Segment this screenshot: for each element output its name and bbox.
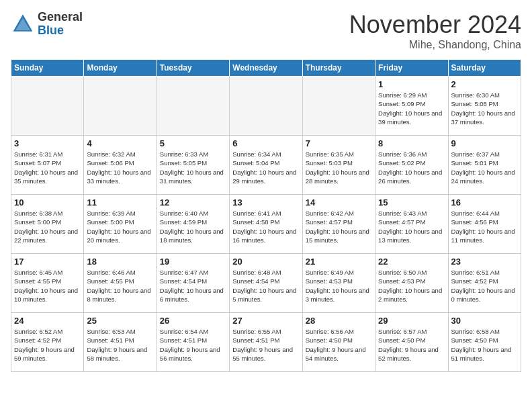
day-header-monday: Monday [84, 60, 157, 77]
day-number: 17 [14, 257, 81, 267]
day-info: Sunrise: 6:50 AM Sunset: 4:53 PM Dayligh… [378, 268, 445, 304]
day-header-saturday: Saturday [448, 60, 521, 77]
day-info: Sunrise: 6:48 AM Sunset: 4:54 PM Dayligh… [232, 268, 299, 304]
day-header-friday: Friday [375, 60, 448, 77]
day-info: Sunrise: 6:36 AM Sunset: 5:02 PM Dayligh… [378, 150, 445, 185]
calendar-cell: 20Sunrise: 6:48 AM Sunset: 4:54 PM Dayli… [230, 254, 302, 313]
day-header-thursday: Thursday [302, 60, 375, 77]
calendar-week-row: 10Sunrise: 6:38 AM Sunset: 5:00 PM Dayli… [11, 195, 521, 254]
day-number: 9 [451, 138, 518, 148]
calendar-cell: 17Sunrise: 6:45 AM Sunset: 4:55 PM Dayli… [11, 254, 84, 313]
calendar-cell [84, 77, 157, 136]
day-info: Sunrise: 6:54 AM Sunset: 4:51 PM Dayligh… [160, 327, 226, 363]
day-info: Sunrise: 6:51 AM Sunset: 4:52 PM Dayligh… [451, 268, 518, 304]
day-info: Sunrise: 6:35 AM Sunset: 5:03 PM Dayligh… [306, 150, 372, 185]
location-subtitle: Mihe, Shandong, China [349, 39, 521, 51]
day-info: Sunrise: 6:41 AM Sunset: 4:58 PM Dayligh… [232, 209, 299, 244]
day-info: Sunrise: 6:31 AM Sunset: 5:07 PM Dayligh… [14, 150, 81, 185]
title-block: November 2024 Mihe, Shandong, China [349, 11, 521, 51]
calendar-cell: 19Sunrise: 6:47 AM Sunset: 4:54 PM Dayli… [157, 254, 229, 313]
day-info: Sunrise: 6:34 AM Sunset: 5:04 PM Dayligh… [232, 150, 299, 185]
day-info: Sunrise: 6:56 AM Sunset: 4:50 PM Dayligh… [306, 327, 372, 363]
calendar-week-row: 3Sunrise: 6:31 AM Sunset: 5:07 PM Daylig… [11, 136, 521, 195]
day-info: Sunrise: 6:43 AM Sunset: 4:57 PM Dayligh… [378, 209, 445, 244]
calendar-cell: 25Sunrise: 6:53 AM Sunset: 4:51 PM Dayli… [84, 313, 157, 372]
calendar-cell: 26Sunrise: 6:54 AM Sunset: 4:51 PM Dayli… [157, 313, 229, 372]
day-number: 8 [378, 138, 445, 148]
calendar-cell: 8Sunrise: 6:36 AM Sunset: 5:02 PM Daylig… [375, 136, 448, 195]
day-number: 24 [14, 316, 81, 326]
calendar-cell: 29Sunrise: 6:57 AM Sunset: 4:50 PM Dayli… [375, 313, 448, 372]
day-info: Sunrise: 6:58 AM Sunset: 4:50 PM Dayligh… [451, 327, 518, 363]
day-info: Sunrise: 6:37 AM Sunset: 5:01 PM Dayligh… [451, 150, 518, 185]
calendar-cell: 15Sunrise: 6:43 AM Sunset: 4:57 PM Dayli… [375, 195, 448, 254]
day-info: Sunrise: 6:40 AM Sunset: 4:59 PM Dayligh… [160, 209, 226, 244]
day-number: 23 [451, 257, 518, 267]
day-number: 18 [87, 257, 153, 267]
day-number: 13 [232, 197, 299, 208]
calendar-cell [11, 77, 84, 136]
day-info: Sunrise: 6:30 AM Sunset: 5:08 PM Dayligh… [451, 91, 518, 126]
calendar-cell: 23Sunrise: 6:51 AM Sunset: 4:52 PM Dayli… [448, 254, 521, 313]
calendar-cell: 12Sunrise: 6:40 AM Sunset: 4:59 PM Dayli… [157, 195, 229, 254]
day-number: 25 [87, 316, 153, 326]
day-number: 20 [232, 257, 299, 267]
day-info: Sunrise: 6:29 AM Sunset: 5:09 PM Dayligh… [378, 91, 445, 126]
calendar-cell: 28Sunrise: 6:56 AM Sunset: 4:50 PM Dayli… [302, 313, 375, 372]
day-number: 10 [14, 197, 81, 208]
day-header-tuesday: Tuesday [157, 60, 229, 77]
calendar-cell: 14Sunrise: 6:42 AM Sunset: 4:57 PM Dayli… [302, 195, 375, 254]
day-number: 26 [160, 316, 226, 326]
calendar-week-row: 17Sunrise: 6:45 AM Sunset: 4:55 PM Dayli… [11, 254, 521, 313]
day-number: 3 [14, 138, 81, 148]
calendar-cell: 3Sunrise: 6:31 AM Sunset: 5:07 PM Daylig… [11, 136, 84, 195]
calendar-cell [157, 77, 229, 136]
day-number: 7 [306, 138, 372, 148]
day-header-wednesday: Wednesday [230, 60, 302, 77]
calendar-cell: 4Sunrise: 6:32 AM Sunset: 5:06 PM Daylig… [84, 136, 157, 195]
calendar-week-row: 24Sunrise: 6:52 AM Sunset: 4:52 PM Dayli… [11, 313, 521, 372]
logo-icon [11, 12, 35, 36]
day-info: Sunrise: 6:44 AM Sunset: 4:56 PM Dayligh… [451, 209, 518, 244]
day-number: 1 [378, 79, 445, 89]
calendar-cell: 30Sunrise: 6:58 AM Sunset: 4:50 PM Dayli… [448, 313, 521, 372]
day-number: 15 [378, 197, 445, 208]
calendar-cell: 24Sunrise: 6:52 AM Sunset: 4:52 PM Dayli… [11, 313, 84, 372]
calendar-week-row: 1Sunrise: 6:29 AM Sunset: 5:09 PM Daylig… [11, 77, 521, 136]
day-number: 28 [306, 316, 372, 326]
day-header-sunday: Sunday [11, 60, 84, 77]
day-info: Sunrise: 6:39 AM Sunset: 5:00 PM Dayligh… [87, 209, 153, 244]
calendar-cell: 2Sunrise: 6:30 AM Sunset: 5:08 PM Daylig… [448, 77, 521, 136]
calendar-cell: 6Sunrise: 6:34 AM Sunset: 5:04 PM Daylig… [230, 136, 302, 195]
calendar-cell: 7Sunrise: 6:35 AM Sunset: 5:03 PM Daylig… [302, 136, 375, 195]
day-info: Sunrise: 6:33 AM Sunset: 5:05 PM Dayligh… [160, 150, 226, 185]
calendar-cell: 11Sunrise: 6:39 AM Sunset: 5:00 PM Dayli… [84, 195, 157, 254]
calendar-cell: 13Sunrise: 6:41 AM Sunset: 4:58 PM Dayli… [230, 195, 302, 254]
calendar-cell: 21Sunrise: 6:49 AM Sunset: 4:53 PM Dayli… [302, 254, 375, 313]
day-number: 27 [232, 316, 299, 326]
day-info: Sunrise: 6:55 AM Sunset: 4:51 PM Dayligh… [232, 327, 299, 363]
calendar-cell [302, 77, 375, 136]
day-number: 5 [160, 138, 226, 148]
calendar-cell [230, 77, 302, 136]
day-info: Sunrise: 6:52 AM Sunset: 4:52 PM Dayligh… [14, 327, 81, 363]
day-number: 22 [378, 257, 445, 267]
calendar-cell: 9Sunrise: 6:37 AM Sunset: 5:01 PM Daylig… [448, 136, 521, 195]
logo-general: General [38, 11, 83, 24]
day-number: 16 [451, 197, 518, 208]
day-info: Sunrise: 6:57 AM Sunset: 4:50 PM Dayligh… [378, 327, 445, 363]
day-number: 21 [306, 257, 372, 267]
month-title: November 2024 [349, 11, 521, 39]
day-info: Sunrise: 6:49 AM Sunset: 4:53 PM Dayligh… [306, 268, 372, 304]
day-info: Sunrise: 6:53 AM Sunset: 4:51 PM Dayligh… [87, 327, 153, 363]
page-header: General Blue November 2024 Mihe, Shandon… [11, 11, 521, 51]
day-info: Sunrise: 6:32 AM Sunset: 5:06 PM Dayligh… [87, 150, 153, 185]
logo-blue: Blue [38, 24, 83, 38]
calendar-header-row: SundayMondayTuesdayWednesdayThursdayFrid… [11, 60, 521, 77]
calendar-table: SundayMondayTuesdayWednesdayThursdayFrid… [11, 59, 521, 372]
calendar-cell: 5Sunrise: 6:33 AM Sunset: 5:05 PM Daylig… [157, 136, 229, 195]
day-number: 14 [306, 197, 372, 208]
day-number: 19 [160, 257, 226, 267]
day-number: 30 [451, 316, 518, 326]
day-number: 12 [160, 197, 226, 208]
